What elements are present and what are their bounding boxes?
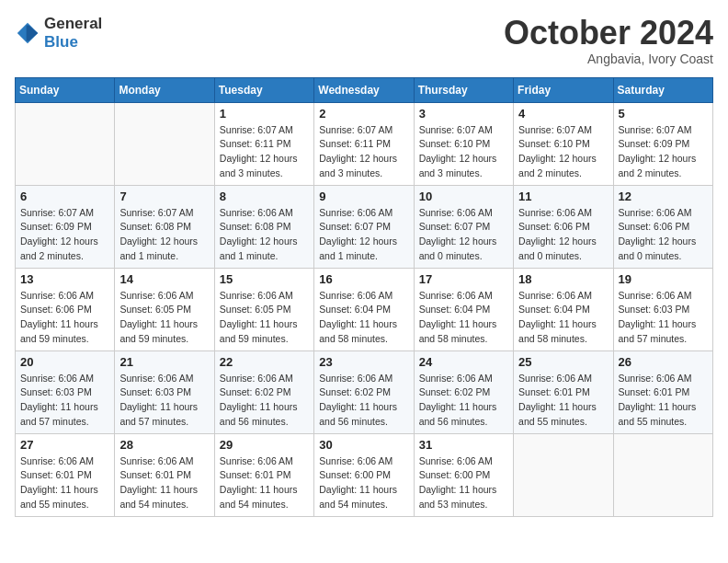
header-friday: Friday: [514, 77, 613, 102]
calendar-cell: 18Sunrise: 6:06 AM Sunset: 6:04 PM Dayli…: [514, 268, 613, 350]
calendar-cell: 26Sunrise: 6:06 AM Sunset: 6:01 PM Dayli…: [613, 350, 712, 433]
calendar-cell: 4Sunrise: 6:07 AM Sunset: 6:10 PM Daylig…: [514, 102, 613, 185]
day-number: 16: [319, 272, 408, 286]
calendar-cell: 16Sunrise: 6:06 AM Sunset: 6:04 PM Dayli…: [314, 268, 414, 350]
calendar-cell: [16, 102, 115, 185]
day-info: Sunrise: 6:06 AM Sunset: 6:04 PM Dayligh…: [319, 289, 408, 347]
day-info: Sunrise: 6:06 AM Sunset: 6:03 PM Dayligh…: [20, 372, 109, 430]
day-number: 23: [319, 355, 408, 369]
calendar-week-2: 6Sunrise: 6:07 AM Sunset: 6:09 PM Daylig…: [16, 185, 713, 268]
calendar-cell: 31Sunrise: 6:06 AM Sunset: 6:00 PM Dayli…: [414, 433, 513, 516]
calendar-cell: 6Sunrise: 6:07 AM Sunset: 6:09 PM Daylig…: [16, 185, 115, 268]
header-monday: Monday: [115, 77, 214, 102]
day-info: Sunrise: 6:06 AM Sunset: 6:00 PM Dayligh…: [319, 454, 408, 512]
day-info: Sunrise: 6:06 AM Sunset: 6:05 PM Dayligh…: [220, 289, 309, 347]
day-info: Sunrise: 6:07 AM Sunset: 6:09 PM Dayligh…: [20, 206, 109, 264]
logo: General Blue: [15, 15, 102, 52]
day-number: 22: [220, 355, 309, 369]
day-info: Sunrise: 6:07 AM Sunset: 6:08 PM Dayligh…: [119, 206, 209, 264]
calendar-cell: 8Sunrise: 6:06 AM Sunset: 6:08 PM Daylig…: [214, 185, 313, 268]
day-number: 6: [20, 190, 109, 203]
day-number: 28: [119, 438, 209, 452]
page-header: General Blue October 2024 Angbavia, Ivor…: [15, 15, 713, 66]
calendar-cell: 2Sunrise: 6:07 AM Sunset: 6:11 PM Daylig…: [314, 102, 414, 185]
calendar-cell: 30Sunrise: 6:06 AM Sunset: 6:00 PM Dayli…: [314, 433, 414, 516]
day-info: Sunrise: 6:06 AM Sunset: 6:01 PM Dayligh…: [119, 454, 209, 512]
calendar-cell: 11Sunrise: 6:06 AM Sunset: 6:06 PM Dayli…: [514, 185, 613, 268]
header-saturday: Saturday: [613, 77, 712, 102]
day-number: 8: [220, 190, 309, 203]
calendar-cell: 19Sunrise: 6:06 AM Sunset: 6:03 PM Dayli…: [613, 268, 712, 350]
calendar-table: SundayMondayTuesdayWednesdayThursdayFrid…: [15, 77, 713, 517]
day-info: Sunrise: 6:07 AM Sunset: 6:11 PM Dayligh…: [319, 123, 408, 181]
header-sunday: Sunday: [16, 77, 115, 102]
day-info: Sunrise: 6:07 AM Sunset: 6:10 PM Dayligh…: [419, 123, 508, 181]
day-number: 25: [518, 355, 608, 369]
day-info: Sunrise: 6:06 AM Sunset: 6:07 PM Dayligh…: [419, 206, 508, 264]
day-info: Sunrise: 6:06 AM Sunset: 6:06 PM Dayligh…: [619, 206, 708, 264]
day-info: Sunrise: 6:06 AM Sunset: 6:01 PM Dayligh…: [20, 454, 109, 512]
calendar-week-4: 20Sunrise: 6:06 AM Sunset: 6:03 PM Dayli…: [16, 350, 713, 433]
day-info: Sunrise: 6:07 AM Sunset: 6:11 PM Dayligh…: [220, 123, 309, 181]
day-number: 4: [518, 107, 608, 121]
location-subtitle: Angbavia, Ivory Coast: [504, 52, 713, 66]
day-info: Sunrise: 6:06 AM Sunset: 6:01 PM Dayligh…: [220, 454, 309, 512]
day-number: 11: [518, 190, 608, 203]
day-info: Sunrise: 6:06 AM Sunset: 6:01 PM Dayligh…: [619, 372, 708, 430]
calendar-cell: 1Sunrise: 6:07 AM Sunset: 6:11 PM Daylig…: [214, 102, 313, 185]
calendar-cell: 22Sunrise: 6:06 AM Sunset: 6:02 PM Dayli…: [214, 350, 313, 433]
calendar-cell: 12Sunrise: 6:06 AM Sunset: 6:06 PM Dayli…: [613, 185, 712, 268]
calendar-cell: 24Sunrise: 6:06 AM Sunset: 6:02 PM Dayli…: [414, 350, 513, 433]
title-section: October 2024 Angbavia, Ivory Coast: [504, 15, 713, 66]
day-number: 12: [619, 190, 708, 203]
day-number: 5: [619, 107, 708, 121]
day-number: 30: [319, 438, 408, 452]
calendar-cell: 5Sunrise: 6:07 AM Sunset: 6:09 PM Daylig…: [613, 102, 712, 185]
day-info: Sunrise: 6:07 AM Sunset: 6:10 PM Dayligh…: [518, 123, 608, 181]
day-info: Sunrise: 6:06 AM Sunset: 6:04 PM Dayligh…: [518, 289, 608, 347]
day-info: Sunrise: 6:06 AM Sunset: 6:04 PM Dayligh…: [419, 289, 508, 347]
day-number: 27: [20, 438, 109, 452]
header-row: SundayMondayTuesdayWednesdayThursdayFrid…: [16, 77, 713, 102]
day-info: Sunrise: 6:06 AM Sunset: 6:03 PM Dayligh…: [619, 289, 708, 347]
day-number: 10: [419, 190, 508, 203]
header-thursday: Thursday: [414, 77, 513, 102]
month-title: October 2024: [504, 15, 713, 52]
calendar-cell: 29Sunrise: 6:06 AM Sunset: 6:01 PM Dayli…: [214, 433, 313, 516]
calendar-cell: [613, 433, 712, 516]
calendar-week-5: 27Sunrise: 6:06 AM Sunset: 6:01 PM Dayli…: [16, 433, 713, 516]
calendar-cell: 28Sunrise: 6:06 AM Sunset: 6:01 PM Dayli…: [115, 433, 214, 516]
day-number: 21: [119, 355, 209, 369]
day-info: Sunrise: 6:06 AM Sunset: 6:02 PM Dayligh…: [319, 372, 408, 430]
day-number: 26: [619, 355, 708, 369]
day-number: 9: [319, 190, 408, 203]
day-info: Sunrise: 6:06 AM Sunset: 6:03 PM Dayligh…: [119, 372, 209, 430]
day-number: 7: [119, 190, 209, 203]
calendar-cell: 20Sunrise: 6:06 AM Sunset: 6:03 PM Dayli…: [16, 350, 115, 433]
day-number: 18: [518, 272, 608, 286]
calendar-cell: 27Sunrise: 6:06 AM Sunset: 6:01 PM Dayli…: [16, 433, 115, 516]
day-number: 17: [419, 272, 508, 286]
day-info: Sunrise: 6:06 AM Sunset: 6:01 PM Dayligh…: [518, 372, 608, 430]
day-number: 13: [20, 272, 109, 286]
day-number: 1: [220, 107, 309, 121]
calendar-cell: 25Sunrise: 6:06 AM Sunset: 6:01 PM Dayli…: [514, 350, 613, 433]
calendar-cell: 13Sunrise: 6:06 AM Sunset: 6:06 PM Dayli…: [16, 268, 115, 350]
day-number: 31: [419, 438, 508, 452]
day-info: Sunrise: 6:06 AM Sunset: 6:06 PM Dayligh…: [20, 289, 109, 347]
calendar-week-1: 1Sunrise: 6:07 AM Sunset: 6:11 PM Daylig…: [16, 102, 713, 185]
calendar-week-3: 13Sunrise: 6:06 AM Sunset: 6:06 PM Dayli…: [16, 268, 713, 350]
day-number: 15: [220, 272, 309, 286]
calendar-cell: 3Sunrise: 6:07 AM Sunset: 6:10 PM Daylig…: [414, 102, 513, 185]
day-info: Sunrise: 6:06 AM Sunset: 6:05 PM Dayligh…: [119, 289, 209, 347]
calendar-cell: 14Sunrise: 6:06 AM Sunset: 6:05 PM Dayli…: [115, 268, 214, 350]
day-number: 19: [619, 272, 708, 286]
calendar-cell: [514, 433, 613, 516]
calendar-cell: 9Sunrise: 6:06 AM Sunset: 6:07 PM Daylig…: [314, 185, 414, 268]
day-number: 29: [220, 438, 309, 452]
day-info: Sunrise: 6:06 AM Sunset: 6:02 PM Dayligh…: [419, 372, 508, 430]
day-number: 2: [319, 107, 408, 121]
calendar-cell: 23Sunrise: 6:06 AM Sunset: 6:02 PM Dayli…: [314, 350, 414, 433]
day-number: 24: [419, 355, 508, 369]
calendar-cell: [115, 102, 214, 185]
